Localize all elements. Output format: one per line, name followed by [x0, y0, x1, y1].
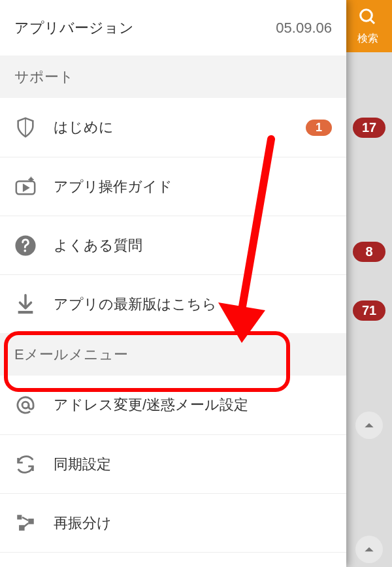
help-icon	[14, 235, 37, 257]
search-icon	[358, 7, 378, 32]
svg-point-5	[24, 249, 26, 251]
redistribute-icon	[14, 512, 37, 534]
download-icon	[14, 293, 37, 316]
scroll-up-button[interactable]	[355, 412, 383, 439]
menu-item-label: アプリ操作ガイド	[54, 177, 332, 197]
section-header-email: Eメールメニュー	[0, 333, 346, 376]
menu-item-label: 同期設定	[54, 455, 332, 474]
menu-item-sync-settings[interactable]: 同期設定	[0, 434, 346, 493]
svg-rect-9	[28, 518, 34, 524]
menu-item-email-settings[interactable]: Eメール設定	[0, 552, 346, 567]
play-guide-icon	[14, 176, 37, 198]
menu-item-redistribute[interactable]: 再振分け	[0, 493, 346, 552]
app-version-value: 05.09.06	[276, 20, 332, 37]
app-version-label: アプリバージョン	[14, 18, 134, 38]
svg-point-7	[22, 402, 29, 408]
menu-item-label: 再振分け	[54, 513, 332, 533]
bg-badge: 17	[353, 118, 385, 138]
scroll-up-button[interactable]	[355, 536, 383, 563]
search-button[interactable]: 検索	[343, 0, 392, 52]
menu-item-guide[interactable]: アプリ操作ガイド	[0, 157, 346, 216]
search-label: 検索	[357, 32, 378, 46]
menu-item-label: アドレス変更/迷惑メール設定	[54, 395, 332, 415]
section-header-support: サポート	[0, 56, 346, 98]
menu-item-latest-version[interactable]: アプリの最新版はこちら	[0, 274, 346, 333]
shield-icon	[14, 116, 37, 138]
menu-item-getting-started[interactable]: はじめに 1	[0, 98, 346, 157]
count-badge: 1	[306, 120, 332, 136]
menu-item-faq[interactable]: よくある質問	[0, 216, 346, 274]
svg-point-0	[360, 9, 372, 21]
menu-item-address-spam-settings[interactable]: アドレス変更/迷惑メール設定	[0, 376, 346, 434]
bg-badge: 8	[353, 242, 385, 262]
menu-item-label: よくある質問	[54, 236, 332, 255]
svg-rect-6	[18, 310, 33, 313]
settings-drawer: アプリバージョン 05.09.06 サポート はじめに 1 アプリ操作ガイド よ…	[0, 0, 346, 567]
svg-rect-8	[17, 515, 22, 519]
menu-item-label: アプリの最新版はこちら	[54, 295, 332, 314]
bg-badge: 71	[353, 300, 385, 321]
at-sign-icon	[14, 394, 37, 416]
app-version-row: アプリバージョン 05.09.06	[0, 0, 346, 56]
svg-line-1	[370, 19, 374, 23]
sync-icon	[14, 453, 37, 476]
menu-item-label: はじめに	[54, 118, 306, 137]
